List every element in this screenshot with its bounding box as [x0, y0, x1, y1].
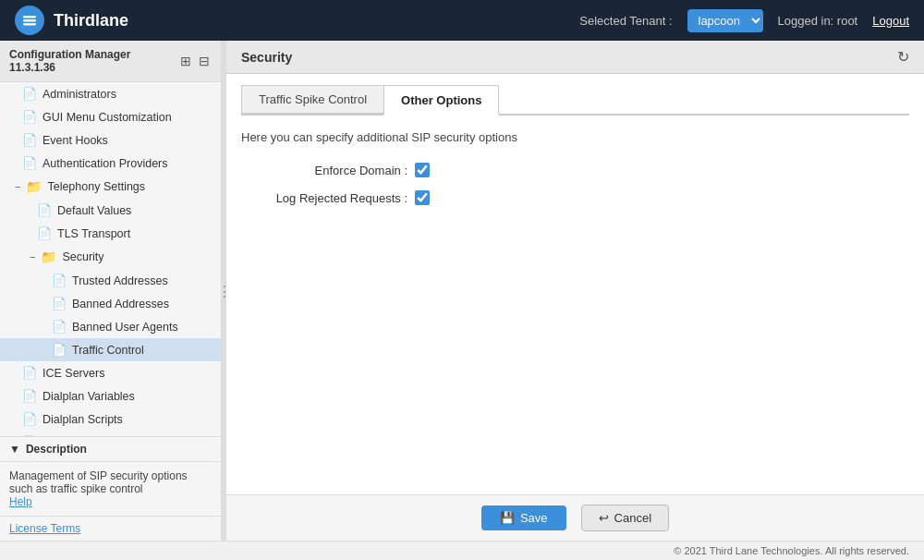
tab-traffic-spike[interactable]: Traffic Spike Control: [241, 85, 384, 114]
sidebar-header: Configuration Manager 11.3.1.36 ⊞ ⊟: [0, 41, 221, 82]
tenant-select[interactable]: lapcoon: [687, 9, 763, 32]
save-button[interactable]: 💾 Save: [481, 505, 566, 530]
other-options-content: Here you can specify additional SIP secu…: [241, 130, 909, 205]
enforce-domain-row: Enforce Domain :: [241, 163, 909, 177]
content-body: Traffic Spike Control Other Options Here…: [226, 74, 924, 494]
license-terms-link[interactable]: License Terms: [0, 516, 221, 541]
header-right: Selected Tenant : lapcoon Logged in: roo…: [579, 9, 909, 32]
sidebar-label: ICE Servers: [43, 367, 104, 380]
tenant-label: Selected Tenant :: [579, 14, 672, 28]
logo-area: Thirdlane: [15, 6, 579, 35]
save-icon: 💾: [500, 511, 515, 525]
content-footer: 💾 Save ↩ Cancel: [226, 494, 924, 541]
doc-icon: 📄: [22, 110, 37, 124]
sidebar-item-gui-menu[interactable]: 📄 GUI Menu Customization: [0, 105, 221, 128]
doc-icon: 📄: [22, 389, 37, 403]
description-text: Management of SIP security options such …: [9, 469, 212, 495]
sidebar-item-tls-transport[interactable]: 📄 TLS Transport: [0, 222, 221, 245]
sidebar-label: Banned Addresses: [72, 298, 169, 310]
sidebar-label: Dialplan Variables: [43, 390, 135, 403]
doc-icon: 📄: [52, 274, 67, 287]
sidebar-label: Traffic Control: [72, 344, 144, 357]
enforce-domain-checkbox[interactable]: [415, 163, 430, 177]
sidebar-header-icons: ⊞ ⊟: [178, 54, 212, 68]
folder-icon: 📁: [41, 250, 56, 264]
sidebar-label: GUI Menu Customization: [43, 111, 172, 124]
sidebar-label: Administrators: [43, 88, 116, 101]
sidebar-item-ice-servers[interactable]: 📄 ICE Servers: [0, 361, 221, 384]
sidebar-item-default-values[interactable]: 📄 Default Values: [0, 199, 221, 222]
app-title: Thirdlane: [54, 11, 128, 30]
cancel-button[interactable]: ↩ Cancel: [581, 505, 669, 531]
logout-button[interactable]: Logout: [872, 14, 909, 28]
refresh-button[interactable]: ↻: [897, 48, 909, 66]
folder-icon: 📁: [26, 179, 42, 194]
doc-icon: 📄: [22, 87, 37, 101]
doc-icon: 📄: [37, 226, 52, 240]
config-manager-title: Configuration Manager 11.3.1.36: [9, 48, 178, 74]
collapse-icon: −: [30, 251, 35, 262]
sidebar-label: Authentication Providers: [43, 157, 168, 170]
sidebar-label: Telephony Settings: [47, 180, 145, 193]
logged-in-text: Logged in: root: [778, 14, 858, 28]
enforce-domain-label: Enforce Domain :: [241, 164, 407, 177]
cancel-icon: ↩: [599, 511, 609, 525]
description-body: Management of SIP security options such …: [0, 462, 221, 516]
sidebar-label: Default Values: [57, 204, 131, 217]
doc-icon: 📄: [37, 203, 52, 217]
log-rejected-checkbox[interactable]: [415, 190, 430, 205]
sidebar-item-traffic-control[interactable]: 📄 Traffic Control: [0, 338, 221, 361]
sidebar: Configuration Manager 11.3.1.36 ⊞ ⊟ 📄 Ad…: [0, 41, 222, 541]
doc-icon: 📄: [52, 320, 67, 334]
content-header: Security ↻: [226, 41, 924, 74]
content-area: Security ↻ Traffic Spike Control Other O…: [226, 41, 924, 541]
doc-icon: 📄: [52, 343, 67, 357]
sidebar-item-dialplan-scripts[interactable]: 📄 Dialplan Scripts: [0, 408, 221, 431]
doc-icon: 📄: [22, 133, 37, 147]
svg-rect-2: [23, 23, 36, 26]
chevron-down-icon: ▼: [9, 443, 20, 456]
sidebar-item-banned-user-agents[interactable]: 📄 Banned User Agents: [0, 315, 221, 338]
sidebar-item-trusted-addresses[interactable]: 📄 Trusted Addresses: [0, 269, 221, 292]
collapse-icon: −: [15, 181, 20, 192]
description-header-label: Description: [26, 443, 87, 456]
doc-icon: 📄: [52, 297, 67, 310]
expand-all-button[interactable]: ⊟: [197, 54, 212, 68]
logo-icon: [15, 6, 44, 35]
sidebar-item-auth-providers[interactable]: 📄 Authentication Providers: [0, 152, 221, 175]
sidebar-bottom: ▼ Description Management of SIP security…: [0, 436, 221, 541]
save-label: Save: [520, 511, 548, 525]
sidebar-item-administrators[interactable]: 📄 Administrators: [0, 82, 221, 105]
sidebar-item-banned-addresses[interactable]: 📄 Banned Addresses: [0, 292, 221, 315]
sidebar-item-telephony-settings[interactable]: − 📁 Telephony Settings: [0, 175, 221, 199]
sidebar-label: Banned User Agents: [72, 321, 178, 334]
sidebar-content: 📄 Administrators 📄 GUI Menu Customizatio…: [0, 82, 221, 436]
collapse-all-button[interactable]: ⊞: [178, 54, 193, 68]
sidebar-label: Dialplan Scripts: [43, 413, 123, 426]
page-footer: © 2021 Third Lane Technologies. All righ…: [0, 541, 924, 560]
tab-bar: Traffic Spike Control Other Options: [241, 85, 909, 116]
sidebar-label: Event Hooks: [43, 134, 108, 147]
sidebar-item-dialplan-variables[interactable]: 📄 Dialplan Variables: [0, 384, 221, 408]
svg-rect-1: [23, 19, 36, 22]
doc-icon: 📄: [22, 412, 37, 426]
copyright-text: © 2021 Third Lane Technologies. All righ…: [674, 545, 909, 556]
cancel-label: Cancel: [614, 511, 651, 525]
sidebar-item-security-folder[interactable]: − 📁 Security: [0, 245, 221, 269]
svg-rect-0: [23, 16, 36, 18]
sidebar-item-event-hooks[interactable]: 📄 Event Hooks: [0, 128, 221, 152]
main-layout: Configuration Manager 11.3.1.36 ⊞ ⊟ 📄 Ad…: [0, 41, 924, 541]
sidebar-label: Security: [62, 250, 103, 263]
log-rejected-label: Log Rejected Requests :: [241, 191, 407, 205]
description-toggle[interactable]: ▼ Description: [0, 437, 221, 462]
section-title: Security: [241, 50, 292, 65]
doc-icon: 📄: [22, 366, 37, 380]
tab-other-options[interactable]: Other Options: [383, 85, 499, 116]
help-link[interactable]: Help: [9, 495, 32, 508]
doc-icon: 📄: [22, 156, 37, 170]
sidebar-label: TLS Transport: [57, 227, 130, 240]
other-options-description: Here you can specify additional SIP secu…: [241, 130, 909, 144]
top-header: Thirdlane Selected Tenant : lapcoon Logg…: [0, 0, 924, 41]
sidebar-label: Trusted Addresses: [72, 274, 168, 287]
sidebar-resize-handle[interactable]: [222, 41, 226, 541]
